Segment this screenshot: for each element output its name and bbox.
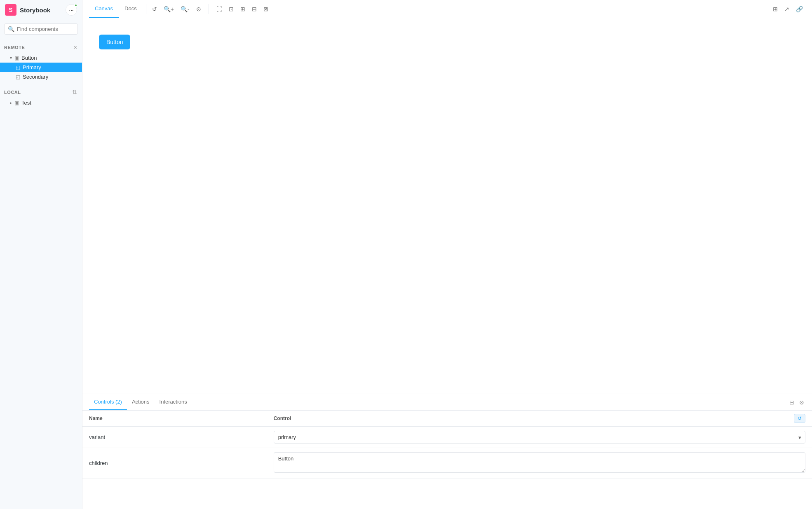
bottom-tabs: Controls (2) Actions Interactions ⊟ ⊗ <box>82 394 812 411</box>
zoom-in-icon: 🔍+ <box>164 6 174 12</box>
measure-icon: ⊟ <box>252 6 257 12</box>
outline-button[interactable]: ⊠ <box>261 4 271 14</box>
control-column-header: Control ↺ <box>267 411 812 427</box>
grid-button[interactable]: ⊞ <box>238 4 248 14</box>
sidebar-item-primary[interactable]: ◱ Primary <box>0 63 82 72</box>
external-link-button[interactable]: ↗ <box>782 4 792 14</box>
toolbar-right: ⊞ ↗ 🔗 <box>770 4 805 14</box>
search-input[interactable] <box>17 26 86 32</box>
status-dot <box>74 4 77 7</box>
remote-section-close-button[interactable]: × <box>73 43 78 51</box>
collapse-button[interactable]: ⊡ <box>226 4 236 14</box>
split-icon: ⊟ <box>789 399 794 406</box>
variant-select-wrap: primary secondary <box>274 431 805 444</box>
top-toolbar: Canvas Docs ↺ 🔍+ 🔍- ⊙ <box>82 0 812 18</box>
zoom-reset-button[interactable]: ⊙ <box>194 4 204 14</box>
fullscreen-button[interactable]: ⛶ <box>214 4 225 14</box>
tab-nav: Canvas Docs <box>89 0 143 18</box>
table-row: variant primary secondary <box>82 427 812 448</box>
controls-panel: Name Control ↺ varian <box>82 411 812 509</box>
primary-label: Primary <box>23 64 78 70</box>
sidebar: S Storybook ··· 🔍 / REMOTE × <box>0 0 82 509</box>
children-name: children <box>89 460 108 466</box>
fullscreen-icon: ⛶ <box>216 6 222 12</box>
zoom-in-button[interactable]: 🔍+ <box>161 4 176 14</box>
toolbar-divider-1 <box>146 4 146 14</box>
search-input-wrap: 🔍 / <box>4 23 78 35</box>
zoom-reset-icon: ⊙ <box>196 6 201 12</box>
story-icon-2: ◱ <box>16 74 20 80</box>
sidebar-item-secondary[interactable]: ◱ Secondary <box>0 72 82 82</box>
remote-section-header: REMOTE × <box>0 42 82 53</box>
panel-split-button[interactable]: ⊟ <box>788 398 796 407</box>
main-content: Canvas Docs ↺ 🔍+ 🔍- ⊙ <box>82 0 812 509</box>
variant-name: variant <box>89 434 105 440</box>
collapse-icon: ⊡ <box>229 6 234 12</box>
bottom-tab-actions: ⊟ ⊗ <box>788 398 805 407</box>
sidebar-header: S Storybook ··· <box>0 0 82 20</box>
canvas-area: Button <box>82 18 812 394</box>
grid-icon: ⊞ <box>240 6 245 12</box>
story-icon: ◱ <box>16 65 20 70</box>
zoom-out-button[interactable]: 🔍- <box>178 4 192 14</box>
preview-button[interactable]: Button <box>99 35 130 49</box>
external-link-icon: ↗ <box>784 6 789 12</box>
sidebar-menu-button[interactable]: ··· <box>66 4 77 16</box>
search-box: 🔍 / <box>0 20 82 38</box>
test-group-label: Test <box>21 100 78 106</box>
variant-select[interactable]: primary secondary <box>274 431 805 444</box>
button-group-label: Button <box>21 55 78 61</box>
sidebar-title: Storybook <box>20 7 50 14</box>
toolbar-divider-2 <box>209 4 209 14</box>
sidebar-item-test-group[interactable]: ▸ ▣ Test <box>0 98 82 107</box>
tab-docs[interactable]: Docs <box>119 0 143 18</box>
tab-controls[interactable]: Controls (2) <box>89 394 127 410</box>
panel-close-button[interactable]: ⊗ <box>798 398 805 407</box>
grid-view-icon: ⊞ <box>773 6 778 12</box>
ellipsis-icon: ··· <box>69 7 73 13</box>
search-icon: 🔍 <box>8 26 14 32</box>
tab-canvas[interactable]: Canvas <box>89 0 119 18</box>
local-section-expand-button[interactable]: ⇅ <box>71 88 78 96</box>
local-section-actions: ⇅ <box>71 88 78 96</box>
table-row: children Button <box>82 448 812 479</box>
local-section-header: LOCAL ⇅ <box>0 86 82 98</box>
sidebar-logo: S Storybook <box>5 4 62 16</box>
component-icon: ▣ <box>14 55 19 61</box>
local-section-label: LOCAL <box>4 90 21 95</box>
link-icon: 🔗 <box>796 6 803 12</box>
tab-actions[interactable]: Actions <box>127 394 155 410</box>
chevron-right-icon: ▸ <box>10 100 12 105</box>
storybook-logo-icon: S <box>5 4 16 16</box>
close-icon: ⊗ <box>799 399 804 406</box>
remote-section-label: REMOTE <box>4 45 25 50</box>
remote-section-actions: × <box>73 43 78 51</box>
grid-view-button[interactable]: ⊞ <box>770 4 780 14</box>
name-column-header: Name <box>82 411 267 427</box>
outline-icon: ⊠ <box>263 6 268 12</box>
controls-table: Name Control ↺ varian <box>82 411 812 479</box>
zoom-out-icon: 🔍- <box>181 6 190 12</box>
test-group-icon: ▣ <box>14 100 19 106</box>
reset-controls-button[interactable]: ↺ <box>794 414 805 423</box>
chevron-down-icon: ▾ <box>10 56 12 60</box>
secondary-label: Secondary <box>23 74 78 80</box>
bottom-panel: Controls (2) Actions Interactions ⊟ ⊗ <box>82 394 812 509</box>
children-textarea[interactable]: Button <box>274 452 805 473</box>
sidebar-item-button-group[interactable]: ▾ ▣ Button <box>0 53 82 63</box>
refresh-icon-button[interactable]: ↺ <box>150 4 160 14</box>
measure-button[interactable]: ⊟ <box>249 4 259 14</box>
tab-interactions[interactable]: Interactions <box>155 394 192 410</box>
toolbar-icons: ↺ 🔍+ 🔍- ⊙ ⛶ ⊡ ⊞ <box>150 4 271 14</box>
sidebar-content: REMOTE × ▾ ▣ Button ◱ Primary ◱ Secondar… <box>0 38 82 509</box>
copy-link-button[interactable]: 🔗 <box>793 4 805 14</box>
refresh-icon: ↺ <box>152 6 157 12</box>
